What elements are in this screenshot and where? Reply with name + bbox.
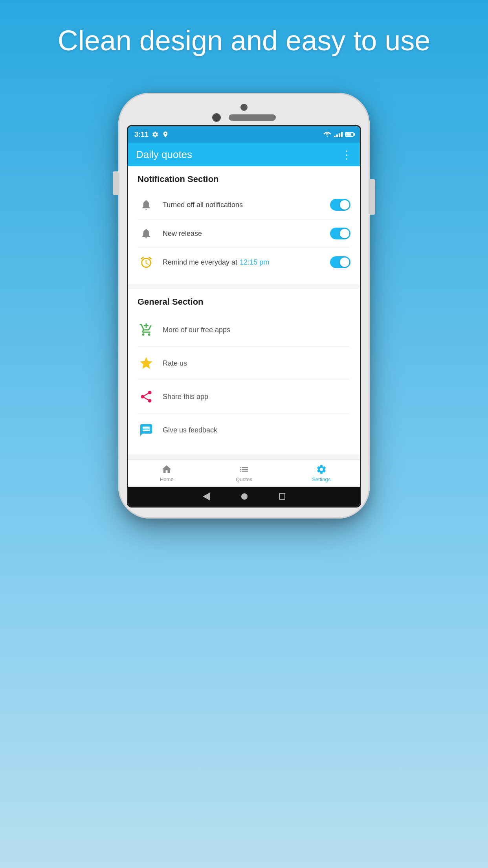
hero-title: Clean design and easy to use	[26, 24, 462, 57]
moreapps-label: More of our free apps	[163, 326, 230, 334]
alarm-icon	[138, 254, 155, 271]
nav-quotes-label: Quotes	[236, 476, 252, 482]
settings-nav-icon	[316, 464, 327, 475]
nav-item-settings[interactable]: Settings	[283, 460, 360, 487]
notif-newrelease-label: New release	[163, 230, 330, 238]
phone-android-nav	[128, 487, 360, 506]
notif-row-reminder[interactable]: Remind me everyday at12:15 pm	[138, 248, 350, 276]
phone-screen: 3:11	[127, 125, 361, 508]
app-title: Daily quotes	[136, 149, 192, 161]
general-row-share[interactable]: Share this app	[138, 380, 350, 414]
status-left: 3:11	[134, 131, 169, 139]
notif-turnoff-label: Turned off all notifications	[163, 201, 330, 209]
nav-settings-label: Settings	[312, 476, 330, 482]
battery-icon	[345, 132, 354, 137]
speaker	[229, 114, 276, 121]
bell-icon-newrelease	[138, 225, 155, 242]
rateus-label: Rate us	[163, 359, 187, 368]
front-camera	[212, 113, 221, 122]
general-row-feedback[interactable]: Give us feedback	[138, 414, 350, 447]
shareapp-label: Share this app	[163, 393, 208, 401]
notification-section-card: Notification Section Turned off all noti…	[128, 166, 360, 284]
signal-icon	[334, 132, 343, 137]
home-icon	[161, 464, 172, 475]
phone-shell: 3:11	[118, 93, 370, 519]
wifi-icon	[323, 131, 332, 138]
recents-button[interactable]	[279, 493, 285, 500]
menu-button[interactable]: ⋮	[341, 148, 352, 161]
phone-mockup: 3:11	[118, 93, 370, 519]
chat-icon	[138, 421, 155, 439]
status-bar: 3:11	[128, 126, 360, 143]
bell-icon-turnoff	[138, 196, 155, 213]
camera-dot	[240, 104, 248, 111]
general-row-moreapps[interactable]: More of our free apps	[138, 313, 350, 347]
phone-top-bar	[212, 113, 276, 122]
quotes-icon	[238, 464, 250, 475]
general-row-rateus[interactable]: Rate us	[138, 347, 350, 380]
general-section-card: General Section More of our free apps	[128, 289, 360, 454]
notif-turnoff-toggle[interactable]	[330, 199, 350, 211]
notif-row-newrelease[interactable]: New release	[138, 219, 350, 248]
nav-item-quotes[interactable]: Quotes	[205, 460, 283, 487]
notif-newrelease-toggle[interactable]	[330, 228, 350, 239]
nav-item-home[interactable]: Home	[128, 460, 205, 487]
status-right	[323, 131, 354, 138]
phone-top-physical	[127, 104, 361, 122]
notif-remind-toggle[interactable]	[330, 256, 350, 268]
notif-row-turnoff[interactable]: Turned off all notifications	[138, 191, 350, 219]
cart-icon	[138, 321, 155, 338]
back-button[interactable]	[203, 493, 210, 500]
general-section-title: General Section	[138, 297, 350, 307]
home-button[interactable]	[241, 493, 248, 500]
gear-icon	[152, 131, 159, 138]
app-bar: Daily quotes ⋮	[128, 143, 360, 166]
notification-section-title: Notification Section	[138, 174, 350, 184]
bottom-navigation: Home Quotes Settings	[128, 459, 360, 487]
feedback-label: Give us feedback	[163, 426, 217, 434]
notif-remind-label: Remind me everyday at12:15 pm	[163, 258, 330, 267]
star-icon	[138, 355, 155, 372]
status-time: 3:11	[134, 131, 149, 139]
nav-home-label: Home	[160, 476, 174, 482]
location-icon	[162, 131, 169, 138]
share-icon	[138, 388, 155, 405]
